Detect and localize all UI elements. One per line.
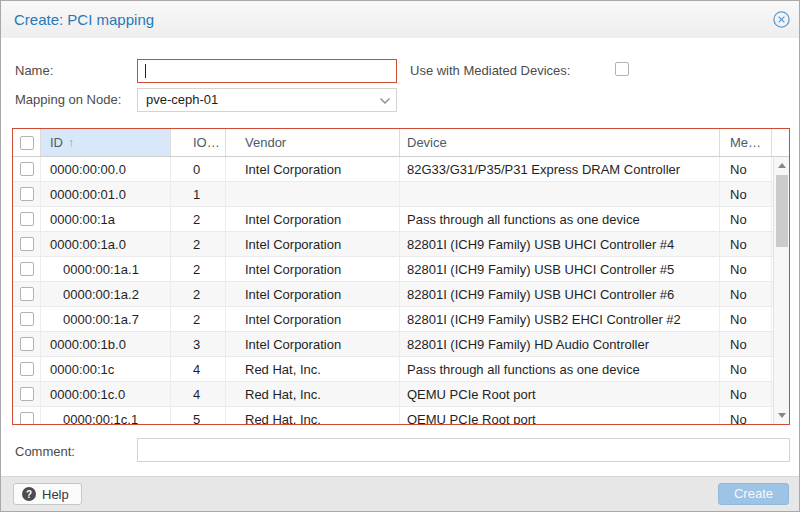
cell-mediated: No: [720, 407, 772, 424]
name-label: Name:: [15, 63, 53, 79]
comment-label: Comment:: [15, 444, 75, 460]
header-checkbox-cell: [13, 129, 41, 156]
cell-device: Pass through all functions as one device: [400, 357, 720, 381]
column-header-vendor[interactable]: Vendor: [226, 129, 400, 156]
column-header-id[interactable]: ID ↑: [41, 129, 171, 156]
table-row[interactable]: 0000:00:1b.03Intel Corporation82801I (IC…: [13, 332, 773, 357]
dialog-titlebar: Create: PCI mapping: [1, 1, 799, 38]
column-header-iommu-label: IO…: [193, 135, 220, 150]
table-row[interactable]: 0000:00:1a.02Intel Corporation82801I (IC…: [13, 232, 773, 257]
row-checkbox-cell: [13, 282, 41, 306]
row-checkbox[interactable]: [20, 262, 34, 276]
column-header-device-label: Device: [407, 135, 447, 150]
comment-input[interactable]: [137, 438, 790, 462]
cell-vendor: Intel Corporation: [226, 282, 400, 306]
cell-mediated: No: [720, 207, 772, 231]
mapping-node-value: pve-ceph-01: [146, 89, 218, 111]
cell-vendor: Intel Corporation: [226, 232, 400, 256]
row-checkbox[interactable]: [20, 287, 34, 301]
row-checkbox[interactable]: [20, 187, 34, 201]
row-checkbox[interactable]: [20, 362, 34, 376]
table-row[interactable]: 0000:00:1c.04Red Hat, Inc.QEMU PCIe Root…: [13, 382, 773, 407]
cell-iommu-group: 2: [171, 257, 226, 281]
cell-vendor: Intel Corporation: [226, 157, 400, 181]
mapping-node-combobox[interactable]: pve-ceph-01: [137, 88, 397, 112]
scroll-down-icon[interactable]: [774, 408, 789, 423]
cell-id: 0000:00:1c: [41, 357, 171, 381]
scrollbar-thumb[interactable]: [776, 175, 788, 247]
row-checkbox[interactable]: [20, 312, 34, 326]
row-checkbox[interactable]: [20, 337, 34, 351]
table-row[interactable]: 0000:00:1a.72Intel Corporation82801I (IC…: [13, 307, 773, 332]
cell-device: 82801I (ICH9 Family) USB UHCI Controller…: [400, 232, 720, 256]
cell-device: 82801I (ICH9 Family) USB2 EHCI Controlle…: [400, 307, 720, 331]
table-row[interactable]: 0000:00:1a.12Intel Corporation82801I (IC…: [13, 257, 773, 282]
row-checkbox[interactable]: [20, 237, 34, 251]
table-row[interactable]: 0000:00:00.00Intel Corporation82G33/G31/…: [13, 157, 773, 182]
create-button[interactable]: Create: [718, 483, 789, 505]
row-checkbox-cell: [13, 332, 41, 356]
help-button[interactable]: ? Help: [13, 483, 82, 505]
mediated-devices-checkbox[interactable]: [615, 62, 629, 76]
cell-mediated: No: [720, 182, 772, 206]
cell-iommu-group: 4: [171, 357, 226, 381]
text-cursor: [145, 64, 146, 78]
vertical-scrollbar[interactable]: [773, 157, 789, 424]
scroll-up-icon[interactable]: [774, 158, 789, 173]
cell-iommu-group: 1: [171, 182, 226, 206]
combo-trigger[interactable]: [374, 89, 396, 111]
cell-iommu-group: 3: [171, 332, 226, 356]
cell-vendor: Intel Corporation: [226, 207, 400, 231]
column-header-iommu-group[interactable]: IO…: [171, 129, 226, 156]
cell-mediated: No: [720, 257, 772, 281]
cell-vendor: [226, 182, 400, 206]
row-checkbox[interactable]: [20, 412, 34, 424]
mediated-devices-label: Use with Mediated Devices:: [410, 63, 570, 79]
row-checkbox-cell: [13, 407, 41, 424]
row-checkbox[interactable]: [20, 387, 34, 401]
row-checkbox-cell: [13, 232, 41, 256]
row-checkbox-cell: [13, 182, 41, 206]
cell-id: 0000:00:1a.1: [41, 257, 171, 281]
table-header: ID ↑ IO… Vendor Device Me…: [13, 129, 789, 157]
cell-vendor: Intel Corporation: [226, 332, 400, 356]
cell-vendor: Intel Corporation: [226, 307, 400, 331]
column-header-mediated[interactable]: Me…: [720, 129, 772, 156]
dialog-title: Create: PCI mapping: [14, 1, 154, 38]
cell-id: 0000:00:1a.2: [41, 282, 171, 306]
cell-vendor: Red Hat, Inc.: [226, 357, 400, 381]
select-all-checkbox[interactable]: [20, 136, 34, 150]
dialog-footer: ? Help Create: [1, 476, 799, 511]
pci-device-table: ID ↑ IO… Vendor Device Me… 0000:00:00.00…: [12, 128, 790, 425]
row-checkbox[interactable]: [20, 212, 34, 226]
table-row[interactable]: 0000:00:1c4Red Hat, Inc.Pass through all…: [13, 357, 773, 382]
table-row[interactable]: 0000:00:1a.22Intel Corporation82801I (IC…: [13, 282, 773, 307]
cell-vendor: Red Hat, Inc.: [226, 407, 400, 424]
cell-vendor: Intel Corporation: [226, 257, 400, 281]
row-checkbox-cell: [13, 307, 41, 331]
column-header-vendor-label: Vendor: [245, 135, 286, 150]
close-icon[interactable]: [773, 11, 790, 28]
table-row[interactable]: 0000:00:1c.15Red Hat, Inc.QEMU PCIe Root…: [13, 407, 773, 424]
table-row[interactable]: 0000:00:01.01No: [13, 182, 773, 207]
cell-mediated: No: [720, 157, 772, 181]
name-input[interactable]: [137, 59, 397, 83]
cell-mediated: No: [720, 232, 772, 256]
cell-id: 0000:00:1a: [41, 207, 171, 231]
cell-iommu-group: 2: [171, 232, 226, 256]
row-checkbox-cell: [13, 257, 41, 281]
cell-device: QEMU PCIe Root port: [400, 407, 720, 424]
header-filler: [772, 129, 789, 156]
table-row[interactable]: 0000:00:1a2Intel CorporationPass through…: [13, 207, 773, 232]
chevron-down-icon: [379, 97, 391, 105]
row-checkbox[interactable]: [20, 162, 34, 176]
row-checkbox-cell: [13, 207, 41, 231]
cell-device: Pass through all functions as one device: [400, 207, 720, 231]
cell-device: 82801I (ICH9 Family) HD Audio Controller: [400, 332, 720, 356]
mapping-node-label: Mapping on Node:: [15, 92, 121, 108]
help-button-label: Help: [42, 487, 69, 502]
cell-iommu-group: 4: [171, 382, 226, 406]
column-header-device[interactable]: Device: [400, 129, 720, 156]
grid-body: 0000:00:00.00Intel Corporation82G33/G31/…: [13, 157, 773, 424]
create-pci-mapping-dialog: Create: PCI mapping Name: Use with Media…: [0, 0, 800, 512]
